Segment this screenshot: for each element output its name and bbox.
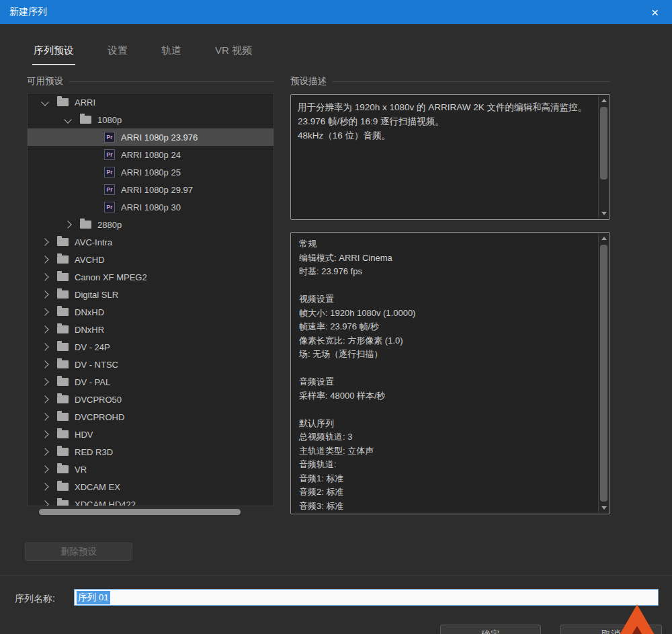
tree-folder-row[interactable]: XDCAM HD422 [28, 496, 274, 506]
folder-icon [57, 290, 69, 299]
tab-bar: 序列预设设置轨道VR 视频 [32, 44, 253, 65]
chevron-right-icon[interactable] [41, 378, 48, 385]
delete-preset-button[interactable]: 删除预设 [25, 543, 132, 561]
tree-folder-row[interactable]: Canon XF MPEG2 [28, 268, 274, 286]
chevron-right-icon[interactable] [41, 500, 48, 506]
tree-item-label: Digital SLR [75, 290, 118, 300]
tree-folder-row[interactable]: ARRI [28, 93, 274, 111]
tree-item-label: DNxHD [75, 307, 104, 317]
folder-icon [57, 273, 69, 281]
tree-preset-row[interactable]: PrARRI 1080p 30 [28, 198, 274, 216]
tree-folder-row[interactable]: XDCAM EX [28, 478, 274, 496]
scroll-down-icon[interactable] [599, 503, 609, 513]
chevron-right-icon[interactable] [41, 448, 48, 455]
chevron-right-icon[interactable] [41, 395, 48, 403]
folder-icon [57, 413, 69, 421]
chevron-right-icon[interactable] [41, 255, 48, 263]
tree-folder-row[interactable]: DV - 24P [28, 338, 274, 356]
chevron-down-icon[interactable] [64, 116, 71, 123]
tree-item-label: HDV [75, 430, 93, 440]
preset-tree: ARRI1080pPrARRI 1080p 23.976PrARRI 1080p… [27, 93, 274, 506]
folder-icon [57, 238, 69, 246]
horizontal-scrollbar-thumb[interactable] [39, 509, 241, 515]
tree-folder-row[interactable]: Digital SLR [28, 286, 274, 303]
header-rule [332, 81, 610, 82]
tree-preset-row[interactable]: PrARRI 1080p 25 [28, 163, 274, 181]
folder-icon [57, 360, 69, 368]
summary-scrollbar[interactable] [598, 95, 609, 219]
tree-folder-row[interactable]: VR [28, 461, 274, 478]
detail-line: 主轨道类型: 立体声 [299, 444, 592, 459]
tree-folder-row[interactable]: DV - NTSC [28, 356, 274, 373]
tree-item-label: ARRI 1080p 25 [121, 167, 181, 177]
tree-folder-row[interactable]: 1080p [28, 111, 274, 128]
chevron-right-icon[interactable] [41, 343, 48, 350]
detail-line: 像素长宽比: 方形像素 (1.0) [299, 334, 592, 348]
tree-preset-row[interactable]: PrARRI 1080p 29.97 [28, 181, 274, 198]
chevron-right-icon[interactable] [41, 308, 48, 315]
detail-line: 视频设置 [299, 292, 592, 307]
sequence-name-value: 序列 01 [77, 591, 110, 604]
titlebar: 新建序列 × [0, 0, 672, 24]
chevron-right-icon[interactable] [64, 221, 71, 228]
folder-icon [57, 430, 69, 438]
detail-line [299, 279, 592, 293]
brand-triangle-notch [629, 626, 645, 634]
tab-sequence-presets[interactable]: 序列预设 [32, 44, 75, 65]
chevron-down-icon[interactable] [41, 98, 48, 106]
detail-line [299, 403, 592, 417]
detail-line: 默认序列 [299, 417, 592, 431]
tree-folder-row[interactable]: DNxHD [28, 303, 274, 321]
scroll-up-icon[interactable] [599, 95, 609, 106]
available-presets-title: 可用预设 [27, 75, 63, 87]
premiere-preset-icon: Pr [104, 132, 115, 143]
chevron-right-icon[interactable] [41, 465, 48, 473]
sequence-name-input[interactable]: 序列 01 [74, 589, 659, 606]
scrollbar-thumb[interactable] [600, 107, 607, 180]
tree-preset-row[interactable]: PrARRI 1080p 24 [28, 146, 274, 163]
scrollbar-thumb[interactable] [600, 245, 607, 502]
premiere-preset-icon: Pr [104, 184, 115, 195]
detail-line: 总视频轨道: 3 [299, 430, 592, 444]
ok-button[interactable]: 确定 [440, 625, 541, 634]
tree-item-label: Canon XF MPEG2 [75, 272, 147, 282]
chevron-right-icon[interactable] [41, 430, 48, 438]
tree-item-label: AVCHD [75, 255, 105, 265]
tree-item-label: ARRI 1080p 23.976 [121, 132, 198, 143]
chevron-right-icon[interactable] [41, 483, 48, 490]
tree-horizontal-scrollbar[interactable] [27, 508, 274, 516]
tree-folder-row[interactable]: DV - PAL [28, 373, 274, 391]
tree-item-label: DV - 24P [75, 342, 110, 352]
tree-folder-row[interactable]: HDV [28, 426, 274, 443]
tree-folder-row[interactable]: DVCPROHD [28, 408, 274, 426]
tree-folder-row[interactable]: DVCPRO50 [28, 391, 274, 408]
detail-line: 帧速率: 23.976 帧/秒 [299, 320, 592, 334]
details-scrollbar[interactable] [598, 233, 609, 513]
tree-folder-row[interactable]: AVC-Intra [28, 233, 274, 251]
tab-vr-video[interactable]: VR 视频 [214, 44, 253, 65]
tree-folder-row[interactable]: 2880p [28, 216, 274, 233]
preset-description-title: 预设描述 [290, 75, 327, 87]
folder-icon [80, 116, 91, 124]
chevron-right-icon[interactable] [41, 238, 48, 245]
scroll-up-icon[interactable] [599, 233, 609, 243]
chevron-right-icon[interactable] [41, 273, 48, 280]
chevron-right-icon[interactable] [41, 413, 48, 420]
chevron-right-icon[interactable] [41, 360, 48, 368]
tree-folder-row[interactable]: RED R3D [28, 443, 274, 461]
chevron-right-icon[interactable] [41, 290, 48, 298]
tree-preset-row[interactable]: PrARRI 1080p 23.976 [28, 128, 274, 146]
folder-icon [57, 325, 69, 333]
close-icon[interactable]: × [647, 6, 663, 19]
folder-icon [80, 221, 91, 229]
chevron-right-icon[interactable] [41, 325, 48, 333]
detail-line: 常规 [299, 237, 592, 251]
folder-icon [57, 308, 69, 316]
scroll-down-icon[interactable] [599, 208, 609, 219]
detail-line: 音频设置 [299, 375, 592, 389]
tree-folder-row[interactable]: DNxHR [28, 321, 274, 338]
tab-tracks[interactable]: 轨道 [160, 44, 183, 65]
preset-details-text: 常规编辑模式: ARRI Cinema时基: 23.976 fps 视频设置帧大… [299, 237, 592, 513]
tree-folder-row[interactable]: AVCHD [28, 251, 274, 268]
tab-settings[interactable]: 设置 [106, 44, 129, 65]
